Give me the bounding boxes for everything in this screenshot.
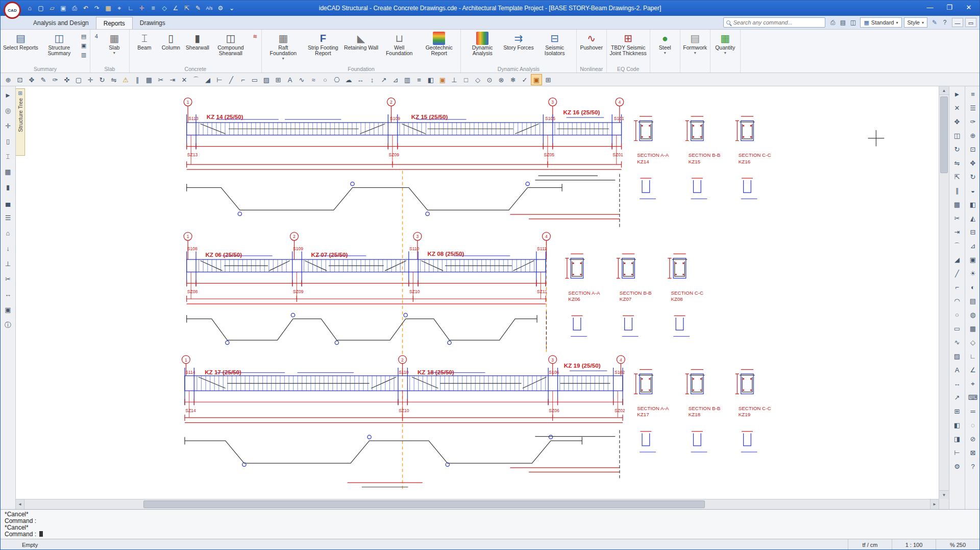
scroll-down-icon[interactable]: ▼ bbox=[939, 490, 949, 499]
tab-drawings[interactable]: Drawings bbox=[133, 17, 173, 29]
layers-icon[interactable]: ≡ bbox=[148, 3, 158, 13]
track-icon[interactable]: ⌖ bbox=[967, 378, 978, 389]
pan-icon[interactable]: ✥ bbox=[26, 74, 37, 85]
rotate-icon[interactable]: ↻ bbox=[96, 74, 108, 85]
foundation-icon[interactable]: ▄ bbox=[3, 197, 14, 208]
edit-icon[interactable]: ✎ bbox=[38, 74, 49, 85]
page-setup-icon[interactable]: ▤ bbox=[838, 17, 848, 28]
offset-icon[interactable]: ∥ bbox=[132, 74, 143, 85]
settings-icon[interactable]: ⚙ bbox=[215, 3, 226, 13]
lock-icon[interactable]: ⊠ bbox=[967, 447, 978, 458]
grid-icon[interactable]: ▦ bbox=[103, 3, 113, 13]
transparency-icon[interactable]: ◌ bbox=[967, 419, 978, 431]
seismic-isolators-button[interactable]: ⊟ Seismic Isolators bbox=[535, 31, 575, 61]
polygon-icon[interactable]: ⎔ bbox=[331, 74, 342, 85]
well-foundation-button[interactable]: ⊔ Well Foundation bbox=[379, 31, 419, 61]
osnap-endpoint-icon[interactable]: □ bbox=[460, 74, 472, 85]
hide-icon[interactable]: ⊘ bbox=[967, 433, 978, 444]
support-icon[interactable]: ⊥ bbox=[3, 258, 14, 269]
polyline-icon[interactable]: ⌐ bbox=[237, 74, 249, 85]
visual-style-icon[interactable]: ◍ bbox=[967, 309, 978, 320]
snap-icon[interactable]: ⌖ bbox=[114, 3, 125, 13]
annotate-icon[interactable]: ✑ bbox=[50, 74, 61, 85]
grid-snap-icon[interactable]: ▦ bbox=[967, 323, 978, 334]
move-icon[interactable]: ✛ bbox=[85, 74, 96, 85]
load-icon[interactable]: ↓ bbox=[3, 243, 14, 254]
erase-icon[interactable]: ✕ bbox=[951, 102, 963, 113]
dynamic-analysis-button[interactable]: ▆ Dynamic Analysis bbox=[462, 31, 502, 61]
hatch-icon[interactable]: ▨ bbox=[951, 350, 963, 362]
report-page-icon[interactable]: ▤ bbox=[80, 32, 88, 40]
report-doc-icon[interactable]: ▣ bbox=[80, 41, 88, 49]
horizontal-scrollbar[interactable]: ◄ ► bbox=[16, 499, 939, 509]
offset-icon[interactable]: ∥ bbox=[951, 185, 963, 196]
drawing-canvas[interactable]: 1 2 3 4 S113 KZ 14 (25/50) S109 KZ 15 (2… bbox=[16, 86, 939, 499]
search-input[interactable] bbox=[733, 19, 822, 26]
top-view-icon[interactable]: ◒ bbox=[967, 185, 978, 196]
leader-icon[interactable]: ↗ bbox=[951, 392, 963, 403]
iso-view-icon[interactable]: ◭ bbox=[967, 212, 978, 224]
fillet-icon[interactable]: ⌒ bbox=[190, 74, 202, 85]
help-icon[interactable]: ? bbox=[940, 17, 950, 28]
measure-icon[interactable]: ⊢ bbox=[214, 74, 225, 85]
osnap-icon[interactable]: ◇ bbox=[967, 337, 978, 348]
home-icon[interactable]: ⌂ bbox=[24, 3, 35, 13]
strip-footing-report-button[interactable]: F Strip Footing Report bbox=[303, 31, 343, 61]
elevation-icon[interactable]: ⊿ bbox=[967, 240, 978, 251]
vertical-scrollbar[interactable]: ▲ ▼ bbox=[939, 86, 949, 499]
tab-analysis-and-design[interactable]: Analysis and Design bbox=[26, 17, 96, 29]
horizontal-scroll-thumb[interactable] bbox=[143, 500, 705, 508]
node-icon[interactable]: ◎ bbox=[3, 105, 14, 116]
slab-story-count-icon[interactable]: 4 bbox=[92, 32, 101, 40]
undo-icon[interactable]: ↶ bbox=[81, 3, 91, 13]
array-icon[interactable]: ▦ bbox=[143, 74, 155, 85]
beam-report-button[interactable]: ⌶ Beam bbox=[131, 31, 158, 61]
dynamic-input-icon[interactable]: ⌨ bbox=[967, 392, 978, 403]
osnap-midpoint-icon[interactable]: ◇ bbox=[472, 74, 483, 85]
layers-icon[interactable]: ≡ bbox=[967, 88, 978, 100]
dimension-icon[interactable]: ↔ bbox=[3, 289, 14, 300]
properties-icon[interactable]: ☰ bbox=[967, 102, 978, 113]
copy-icon[interactable]: ◫ bbox=[951, 130, 963, 141]
select-icon[interactable]: ► bbox=[951, 88, 963, 100]
fillet-icon[interactable]: ⌒ bbox=[951, 240, 963, 251]
maximize-button[interactable]: ❐ bbox=[940, 1, 959, 15]
trim-icon[interactable]: ✂ bbox=[951, 212, 963, 224]
extend-icon[interactable]: ⇥ bbox=[167, 74, 178, 85]
material-icon[interactable]: ▤ bbox=[967, 295, 978, 306]
command-prompt[interactable]: Command : bbox=[5, 531, 975, 538]
print-icon[interactable]: ⎙ bbox=[69, 3, 80, 13]
spline-icon[interactable]: ∿ bbox=[951, 337, 963, 348]
sheet-table-icon[interactable]: ⊞ bbox=[543, 74, 554, 85]
object-snap-icon[interactable]: ◇ bbox=[159, 3, 169, 13]
rebar-colors-icon[interactable]: ≋ bbox=[251, 32, 259, 40]
grid-icon[interactable]: ⊞ bbox=[273, 74, 284, 85]
settings-icon[interactable]: ⚙ bbox=[951, 461, 963, 472]
column-report-button[interactable]: ▯ Column bbox=[158, 31, 184, 61]
compound-shearwall-report-button[interactable]: ◫ Compound Shearwall bbox=[211, 31, 251, 61]
break-icon[interactable]: ✕ bbox=[179, 74, 190, 85]
hatch-icon[interactable]: ▨ bbox=[261, 74, 272, 85]
front-view-icon[interactable]: ◧ bbox=[967, 199, 978, 210]
axis-icon[interactable]: ✛ bbox=[3, 120, 14, 131]
style-combo[interactable]: Style ▾ bbox=[904, 17, 927, 28]
section-icon[interactable]: ⊟ bbox=[967, 226, 978, 237]
tbdy-seismic-joint-thickness-button[interactable]: ⊞ TBDY Seismic Joint Thickness bbox=[608, 31, 648, 61]
zoom-in-icon[interactable]: ⊕ bbox=[3, 74, 14, 85]
paint-confirm-icon[interactable]: ✓ bbox=[519, 74, 530, 85]
extend-icon[interactable]: ⇥ bbox=[951, 226, 963, 237]
report-list-icon[interactable]: ▥ bbox=[80, 50, 88, 58]
layer-freeze-icon[interactable]: ❄ bbox=[507, 74, 519, 85]
section-icon[interactable]: ✂ bbox=[3, 273, 14, 284]
circle-icon[interactable]: ○ bbox=[320, 74, 331, 85]
slab-report-button[interactable]: ▦ Slab ▾ bbox=[101, 31, 128, 55]
orbit-icon[interactable]: ↻ bbox=[967, 171, 978, 182]
slab-icon[interactable]: ▦ bbox=[3, 166, 14, 177]
chamfer-icon[interactable]: ◢ bbox=[951, 254, 963, 265]
zoom-in-icon[interactable]: ⊕ bbox=[967, 130, 978, 141]
select-region-icon[interactable]: ▢ bbox=[73, 74, 84, 85]
command-search-box[interactable] bbox=[723, 17, 825, 28]
circle-icon[interactable]: ○ bbox=[951, 309, 963, 320]
minimize-button[interactable]: — bbox=[920, 1, 940, 15]
geotechnic-report-button[interactable]: ▆ Geotechnic Report bbox=[419, 31, 459, 61]
